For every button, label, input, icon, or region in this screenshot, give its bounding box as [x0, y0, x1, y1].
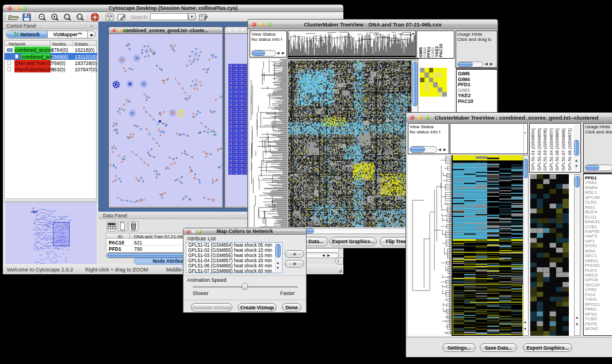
svg-text:1:1: 1:1 — [78, 15, 82, 18]
